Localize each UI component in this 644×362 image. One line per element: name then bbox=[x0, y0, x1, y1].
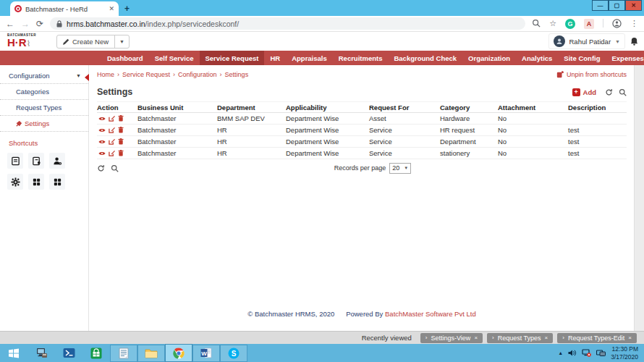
adobe-extension-icon[interactable]: A bbox=[584, 19, 594, 29]
delete-icon[interactable] bbox=[118, 127, 124, 133]
taskbar-store-icon[interactable] bbox=[82, 344, 110, 362]
add-plus-icon[interactable]: + bbox=[572, 88, 580, 96]
recent-chip-request-types-edit[interactable]: › Request Types-Edit × bbox=[557, 333, 637, 343]
records-per-page-select[interactable]: 20 ▼ bbox=[389, 163, 411, 174]
network-disconnected-icon[interactable] bbox=[582, 349, 591, 357]
view-icon[interactable] bbox=[98, 151, 106, 156]
shortcut-gear-icon[interactable] bbox=[7, 174, 23, 190]
sidebar-section-configuration[interactable]: Configuration ▼ bbox=[0, 68, 88, 84]
request-types-label: Request Types bbox=[16, 104, 62, 111]
nav-self-service[interactable]: Self Service bbox=[149, 51, 200, 65]
avatar bbox=[554, 35, 565, 47]
tab-close-icon[interactable]: ✕ bbox=[109, 5, 114, 12]
taskbar-notepad-icon[interactable] bbox=[110, 345, 137, 362]
profile-icon[interactable] bbox=[612, 19, 622, 29]
cell-category: stationery bbox=[440, 149, 498, 157]
start-button[interactable] bbox=[0, 344, 27, 362]
browser-tab[interactable]: Batchmaster - HeRd ✕ bbox=[10, 1, 119, 16]
recent-chip-request-types[interactable]: › Request Types × bbox=[487, 333, 553, 343]
remote-desktop-icon[interactable] bbox=[596, 349, 606, 357]
scrollbar-track[interactable] bbox=[634, 65, 644, 331]
taskbar-word-icon[interactable]: W bbox=[192, 345, 220, 362]
taskbar-chrome-icon[interactable] bbox=[165, 344, 192, 362]
shortcut-user-settings-icon[interactable] bbox=[49, 153, 65, 169]
grammarly-extension-icon[interactable]: G bbox=[565, 19, 575, 29]
edit-icon[interactable] bbox=[109, 115, 115, 122]
delete-icon[interactable] bbox=[118, 138, 124, 145]
breadcrumb-service-request[interactable]: Service Request bbox=[122, 71, 170, 78]
create-new-caret-icon[interactable]: ▼ bbox=[114, 35, 129, 48]
nav-service-request[interactable]: Service Request bbox=[200, 51, 265, 65]
taskbar-skype-icon[interactable]: S bbox=[220, 345, 247, 362]
view-icon[interactable] bbox=[98, 127, 106, 133]
back-icon[interactable]: ← bbox=[6, 20, 14, 28]
refresh-icon[interactable] bbox=[97, 164, 105, 172]
table-search-icon[interactable] bbox=[619, 88, 627, 96]
window-minimize-button[interactable]: — bbox=[592, 0, 609, 11]
cell-business-unit: Batchmaster bbox=[137, 138, 217, 146]
sidebar-item-categories[interactable]: Categories bbox=[0, 84, 88, 100]
app-header: BATCHMASTER H·R⌇ Create New ▼ Rahul Pati… bbox=[0, 32, 644, 51]
edit-icon[interactable] bbox=[109, 138, 115, 145]
edit-icon[interactable] bbox=[109, 150, 115, 156]
tray-expand-icon[interactable]: ▲ bbox=[558, 350, 563, 355]
delete-icon[interactable] bbox=[118, 150, 124, 156]
delete-icon[interactable] bbox=[118, 115, 124, 122]
view-icon[interactable] bbox=[98, 116, 106, 122]
taskbar-clock[interactable]: 12:30 PM 3/17/2020 bbox=[611, 345, 638, 361]
new-tab-button[interactable]: + bbox=[124, 4, 130, 14]
nav-dashboard[interactable]: Dashboard bbox=[101, 51, 149, 65]
sidebar-collapse-icon[interactable] bbox=[85, 74, 89, 81]
bookmark-star-icon[interactable]: ☆ bbox=[549, 19, 556, 29]
user-menu[interactable]: Rahul Patidar ▼ bbox=[548, 33, 626, 49]
shortcut-apps-grid-icon[interactable] bbox=[28, 174, 44, 190]
create-new-button[interactable]: Create New ▼ bbox=[56, 35, 130, 49]
address-bar[interactable]: hrms.batchmaster.co.in/index.php/service… bbox=[50, 17, 525, 30]
unpin-from-shortcuts-link[interactable]: Unpin from shortcuts bbox=[556, 71, 627, 78]
volume-icon[interactable] bbox=[568, 349, 577, 357]
nav-analytics[interactable]: Analytics bbox=[516, 51, 558, 65]
view-icon[interactable] bbox=[98, 139, 106, 145]
chip-close-icon[interactable]: × bbox=[474, 334, 478, 341]
edit-icon[interactable] bbox=[109, 127, 115, 133]
reload-icon[interactable]: ⟳ bbox=[36, 20, 43, 28]
forward-icon[interactable]: → bbox=[21, 20, 30, 28]
search-icon[interactable] bbox=[532, 19, 541, 29]
shortcut-document-icon[interactable] bbox=[7, 153, 23, 169]
breadcrumb-settings[interactable]: Settings bbox=[225, 71, 249, 78]
logo-large-text: H·R bbox=[7, 36, 27, 49]
powered-by-link[interactable]: BatchMaster Software Pvt Ltd bbox=[385, 310, 476, 318]
chip-close-icon[interactable]: × bbox=[628, 334, 632, 341]
recent-chip-settings-view[interactable]: › Settings-View × bbox=[420, 333, 483, 343]
taskbar-this-pc-icon[interactable] bbox=[27, 344, 55, 362]
notifications-bell-icon[interactable] bbox=[630, 37, 638, 46]
nav-background-check[interactable]: Background Check bbox=[388, 51, 462, 65]
taskbar-file-explorer-icon[interactable] bbox=[137, 345, 165, 362]
nav-organization[interactable]: Organization bbox=[462, 51, 516, 65]
nav-site-config[interactable]: Site Config bbox=[558, 51, 606, 65]
nav-expenses[interactable]: Expenses bbox=[606, 51, 644, 65]
nav-appraisals[interactable]: Appraisals bbox=[286, 51, 333, 65]
breadcrumb-configuration[interactable]: Configuration bbox=[178, 71, 217, 78]
chrome-menu-icon[interactable]: ⋮ bbox=[630, 19, 638, 29]
window-close-button[interactable]: ✕ bbox=[625, 0, 642, 11]
add-button[interactable]: Add bbox=[583, 88, 596, 96]
chip-close-icon[interactable]: × bbox=[545, 334, 548, 341]
col-attachment: Attachment bbox=[498, 104, 568, 111]
table-search-icon[interactable] bbox=[111, 164, 119, 172]
window-maximize-button[interactable]: ▢ bbox=[609, 0, 625, 11]
cell-description: test bbox=[568, 149, 627, 157]
shortcut-apps-grid-icon-2[interactable] bbox=[49, 174, 65, 190]
chip-arrow-icon: › bbox=[562, 334, 564, 341]
taskbar-powershell-icon[interactable] bbox=[55, 344, 82, 362]
nav-recruitments[interactable]: Recruitments bbox=[333, 51, 389, 65]
lock-icon bbox=[56, 20, 62, 28]
breadcrumb-separator-icon: › bbox=[117, 71, 119, 78]
nav-hr[interactable]: HR bbox=[264, 51, 286, 65]
refresh-icon[interactable] bbox=[605, 88, 613, 96]
sidebar-item-settings[interactable]: Settings bbox=[0, 116, 88, 132]
sidebar-item-request-types[interactable]: Request Types bbox=[0, 100, 88, 116]
breadcrumb-home[interactable]: Home bbox=[97, 71, 114, 78]
shortcut-document-user-icon[interactable] bbox=[28, 153, 44, 169]
site-favicon-icon bbox=[14, 5, 22, 12]
